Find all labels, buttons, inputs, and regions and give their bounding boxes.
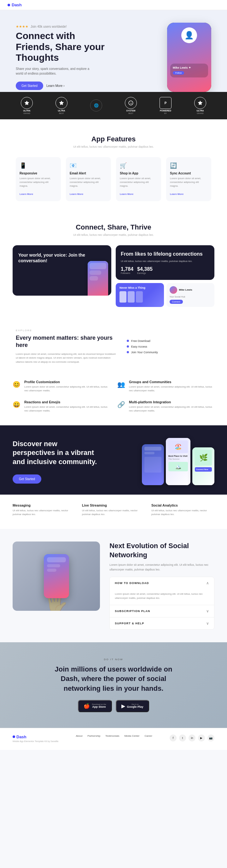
footer-link-media[interactable]: Media Center <box>124 735 139 737</box>
three-features-section: Messaging Ut elit tellus, luctus nec ull… <box>0 495 227 529</box>
connect-title: Connect, Share, Thrive <box>12 223 215 231</box>
hero-buttons: Get Started Learn More › <box>16 82 110 90</box>
evolution-image: 🖐️ <box>12 541 100 611</box>
brand-item-6: ULTRA GRAND <box>194 97 206 114</box>
accordion-body-text-download: Lorem ipsum dolor sit amet, consectetur … <box>115 592 209 600</box>
phone-profile-name: Mike Lewis ✦ <box>173 66 205 69</box>
feature-link-sync[interactable]: Learn More <box>170 193 183 195</box>
connect-section: Connect, Share, Thrive Ut elit tellus, l… <box>0 211 227 316</box>
community-left: Discover new perspectives in a vibrant a… <box>12 439 102 484</box>
bullet-1: Free Download <box>127 339 211 343</box>
feature-desc-sync: Lorem ipsum dolor sit amet, consectetur … <box>170 177 207 188</box>
community-phone-1 <box>142 444 164 485</box>
groups-icon: 👥 <box>117 381 125 388</box>
feature-desc-responsive: Lorem ipsum dolor sit amet, consectetur … <box>20 177 57 188</box>
social-youtube[interactable]: ▶ <box>198 735 205 741</box>
feature-card-responsive: 📱 Responsive Lorem ipsum dolor sit amet,… <box>16 157 61 201</box>
brand-badge-6 <box>194 97 206 109</box>
feat-multiplatform-desc: Lorem ipsum dolor sit amet, consectetur … <box>129 405 215 413</box>
feat-multiplatform: 🔗 Multi-platform Integration Lorem ipsum… <box>117 400 215 413</box>
accordion-icon-subscription: ∨ <box>206 609 209 613</box>
community-phone-2: 🏖️ Best Place to Visit This Summer 🏔️ <box>166 438 191 485</box>
hero-stars: ★★★★ Join 40k users worldwide! <box>16 25 110 29</box>
feature-card-sync: 🔄 Sync Account Lorem ipsum dolor sit ame… <box>166 157 211 201</box>
likes-desc: Ut elit tellus, luctus nec ullamcorper m… <box>121 259 209 263</box>
evolution-desc: Lorem ipsum dolor sit amet, consectetur … <box>109 563 215 572</box>
social-instagram[interactable]: 📷 <box>207 735 215 741</box>
shop-icon: 🛒 <box>120 162 157 169</box>
feature-card-email: 📧 Email Alert Lorem ipsum dolor sit amet… <box>66 157 111 201</box>
analytics-title: Social Analytics <box>151 503 215 507</box>
hub-name: Mike Lewis <box>179 288 192 291</box>
brand-item-5: P POWERED BY <box>160 97 171 114</box>
nav-logo: Dash <box>7 2 22 7</box>
reactions-icon: 😄 <box>12 401 21 408</box>
brand-bar: ULTRA GRAND ULTRA BEST 🌐 ★ SYSTEM BEST P… <box>0 92 227 119</box>
feature-link-email[interactable]: Learn More <box>70 193 83 195</box>
accordion-icon-download: ∧ <box>206 581 209 585</box>
hero-phone-mockup: 👤 Mike Lewis ✦ Follow <box>167 23 211 92</box>
evolution-left: 🖐️ <box>12 541 100 611</box>
phone-profile-card: Mike Lewis ✦ Follow <box>170 64 208 78</box>
google-play-button[interactable]: ▶ Get it on Google Play <box>116 700 149 712</box>
footer-link-partnership[interactable]: Partnership <box>87 735 100 737</box>
accordion-header-download[interactable]: HOW TO DOWNLOAD ∧ <box>110 577 214 589</box>
app-features-title: App Features <box>16 135 211 143</box>
feature-desc-email: Lorem ipsum dolor sit amet, consectetur … <box>70 177 107 188</box>
cta-section: DO IT NOW Join millions of users worldwi… <box>0 642 227 728</box>
feature-link-responsive[interactable]: Learn More <box>20 193 33 195</box>
apple-icon: 🍎 <box>84 703 90 709</box>
nav-logo-text: Dash <box>12 2 22 7</box>
evolution-title: Next Evolution of Social Networking <box>109 541 215 559</box>
social-facebook[interactable]: f <box>170 735 176 741</box>
accordion-icon-support: ∨ <box>206 621 209 626</box>
bullet-2: Easy Access <box>127 345 211 348</box>
footer: Dash Mobile App Elementor Template Kit b… <box>0 728 227 750</box>
footer-link-about[interactable]: About <box>76 735 83 737</box>
footer-tagline: Mobile App Elementor Template Kit by San… <box>12 740 58 742</box>
feature-link-shop[interactable]: Learn More <box>120 193 133 195</box>
footer-link-career[interactable]: Career <box>144 735 152 737</box>
footer-links: About Partnership Testimonials Media Cen… <box>76 735 152 737</box>
learn-more-link[interactable]: Learn More › <box>46 84 64 88</box>
social-linkedin[interactable]: in <box>189 735 196 741</box>
community-title: Discover new perspectives in a vibrant a… <box>12 439 102 467</box>
feature-title-shop: Shop in App <box>120 172 157 175</box>
email-icon: 📧 <box>70 162 107 169</box>
accordion-title-support: SUPPORT & HELP <box>115 622 144 625</box>
accordion-item-subscription: SUBSCRIPTION PLAN ∨ <box>110 605 214 617</box>
connect-header: Connect, Share, Thrive Ut elit tellus, l… <box>12 223 215 237</box>
moment-right: Free Download Easy Access Join Your Comm… <box>127 329 211 364</box>
bullet-dot-2 <box>127 345 129 348</box>
app-store-button[interactable]: 🍎 Download on the App Store <box>78 700 112 712</box>
brand-item-1: ULTRA GRAND <box>21 97 33 114</box>
store-buttons: 🍎 Download on the App Store ▶ Get it on … <box>12 700 215 712</box>
accordion-title-subscription: SUBSCRIPTION PLAN <box>115 610 150 613</box>
social-hub-card: Mike Lewis Your Social Hub Connect <box>167 283 215 307</box>
moment-section: EXPLORE Every moment matters: share your… <box>0 316 227 377</box>
social-twitter[interactable]: t <box>179 735 186 741</box>
accordion-header-support[interactable]: SUPPORT & HELP ∨ <box>110 617 214 629</box>
multiplatform-icon: 🔗 <box>117 401 125 408</box>
cta-do-now: DO IT NOW <box>12 658 215 661</box>
moment-title: Every moment matters: share yours here <box>16 334 117 349</box>
brand-badge-3: 🌐 <box>90 99 102 112</box>
profile-icon: 😊 <box>12 381 21 388</box>
brand-badge-2 <box>56 97 67 109</box>
features-grid: 📱 Responsive Lorem ipsum dolor sit amet,… <box>16 157 211 201</box>
community-content: Discover new perspectives in a vibrant a… <box>12 438 215 485</box>
feature-card-shop: 🛒 Shop in App Lorem ipsum dolor sit amet… <box>116 157 161 201</box>
feat-groups: 👥 Groups and Communities Lorem ipsum dol… <box>117 380 215 393</box>
features-list-section: 😊 Profile Customization Lorem ipsum dolo… <box>0 377 227 425</box>
feat-profile: 😊 Profile Customization Lorem ipsum dolo… <box>12 380 110 393</box>
accordion-header-subscription[interactable]: SUBSCRIPTION PLAN ∨ <box>110 605 214 617</box>
svg-text:★: ★ <box>130 102 132 104</box>
get-started-button[interactable]: Get Started <box>16 82 43 90</box>
accordion-title-download: HOW TO DOWNLOAD <box>115 582 149 585</box>
community-get-started-button[interactable]: Get Started <box>12 474 41 484</box>
footer-link-testimonials[interactable]: Testimonials <box>105 735 119 737</box>
community-phone-3: 🌿 Connect Now <box>192 447 215 485</box>
logo-dot <box>7 4 10 6</box>
brand-item-4: ★ SYSTEM BEST <box>125 97 137 114</box>
phone-follow-btn: Follow <box>173 71 184 74</box>
